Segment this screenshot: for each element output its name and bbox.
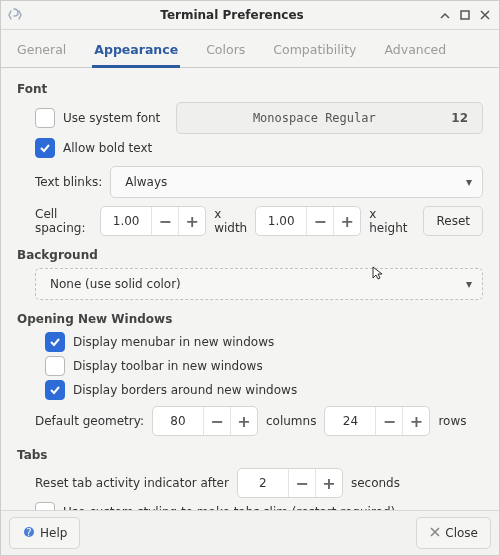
rows-spinner[interactable]: 24 − + xyxy=(324,406,430,436)
text-blinks-value: Always xyxy=(121,175,466,189)
reset-button[interactable]: Reset xyxy=(423,206,483,236)
x-width-label: x width xyxy=(214,207,247,235)
section-background: Background xyxy=(17,248,483,262)
allow-bold-checkbox[interactable] xyxy=(35,138,55,158)
section-windows: Opening New Windows xyxy=(17,312,483,326)
background-value: None (use solid color) xyxy=(46,277,466,291)
chevron-down-icon: ▾ xyxy=(466,175,472,189)
cell-height-spinner[interactable]: 1.00 − + xyxy=(255,206,361,236)
close-button[interactable] xyxy=(475,6,495,24)
svg-rect-0 xyxy=(461,11,469,19)
reset-seconds-plus[interactable]: + xyxy=(315,469,342,497)
font-picker[interactable]: Monospace Regular 12 xyxy=(176,102,483,134)
rows-plus[interactable]: + xyxy=(402,407,429,435)
slim-tabs-checkbox[interactable] xyxy=(35,502,55,510)
cell-width-spinner[interactable]: 1.00 − + xyxy=(100,206,206,236)
titlebar: Terminal Preferences xyxy=(1,1,499,30)
close-label: Close xyxy=(445,526,478,540)
font-size: 12 xyxy=(451,111,468,125)
text-blinks-label: Text blinks: xyxy=(35,175,102,189)
toolbar-checkbox[interactable] xyxy=(45,356,65,376)
reset-seconds-value: 2 xyxy=(238,476,288,490)
columns-label: columns xyxy=(266,414,316,428)
allow-bold-label: Allow bold text xyxy=(63,141,152,155)
borders-label: Display borders around new windows xyxy=(73,383,297,397)
help-label: Help xyxy=(40,526,67,540)
cell-width-plus[interactable]: + xyxy=(178,207,205,235)
background-dropdown[interactable]: None (use solid color) ▾ xyxy=(35,268,483,300)
cell-width-value: 1.00 xyxy=(101,214,151,228)
cell-height-plus[interactable]: + xyxy=(333,207,360,235)
cell-height-minus[interactable]: − xyxy=(306,207,333,235)
cell-height-value: 1.00 xyxy=(256,214,306,228)
app-icon xyxy=(7,7,23,23)
tab-advanced[interactable]: Advanced xyxy=(382,36,448,67)
maximize-button[interactable] xyxy=(455,6,475,24)
footer: ? Help Close xyxy=(1,510,499,555)
font-name: Monospace Regular xyxy=(177,111,451,125)
default-geometry-label: Default geometry: xyxy=(35,414,144,428)
section-tabs: Tabs xyxy=(17,448,483,462)
cols-value: 80 xyxy=(153,414,203,428)
tab-bar: General Appearance Colors Compatibility … xyxy=(1,30,499,68)
toolbar-label: Display toolbar in new windows xyxy=(73,359,263,373)
svg-text:?: ? xyxy=(26,527,31,538)
tab-appearance[interactable]: Appearance xyxy=(92,36,180,68)
reset-activity-label: Reset tab activity indicator after xyxy=(35,476,229,490)
tab-compatibility[interactable]: Compatibility xyxy=(271,36,358,67)
borders-checkbox[interactable] xyxy=(45,380,65,400)
text-blinks-dropdown[interactable]: Always ▾ xyxy=(110,166,483,198)
reset-seconds-minus[interactable]: − xyxy=(288,469,315,497)
window-buttons xyxy=(435,6,495,24)
cols-plus[interactable]: + xyxy=(230,407,257,435)
window-title: Terminal Preferences xyxy=(29,8,435,22)
menubar-label: Display menubar in new windows xyxy=(73,335,274,349)
tab-general[interactable]: General xyxy=(15,36,68,67)
use-system-font-checkbox[interactable] xyxy=(35,108,55,128)
chevron-down-icon: ▾ xyxy=(466,277,472,291)
cols-minus[interactable]: − xyxy=(203,407,230,435)
seconds-label: seconds xyxy=(351,476,400,490)
cell-spacing-label: Cell spacing: xyxy=(35,207,92,235)
minimize-button[interactable] xyxy=(435,6,455,24)
rows-minus[interactable]: − xyxy=(375,407,402,435)
content-area: Font Use system font Monospace Regular 1… xyxy=(1,68,499,510)
cols-spinner[interactable]: 80 − + xyxy=(152,406,258,436)
tab-colors[interactable]: Colors xyxy=(204,36,247,67)
menubar-checkbox[interactable] xyxy=(45,332,65,352)
close-dialog-button[interactable]: Close xyxy=(416,517,491,549)
help-button[interactable]: ? Help xyxy=(9,517,80,549)
rows-value: 24 xyxy=(325,414,375,428)
rows-label: rows xyxy=(438,414,466,428)
preferences-window: Terminal Preferences General Appearance … xyxy=(0,0,500,556)
x-height-label: x height xyxy=(369,207,407,235)
close-icon xyxy=(429,526,441,541)
reset-seconds-spinner[interactable]: 2 − + xyxy=(237,468,343,498)
cell-width-minus[interactable]: − xyxy=(151,207,178,235)
help-icon: ? xyxy=(22,525,36,542)
section-font: Font xyxy=(17,82,483,96)
use-system-font-label: Use system font xyxy=(63,111,160,125)
